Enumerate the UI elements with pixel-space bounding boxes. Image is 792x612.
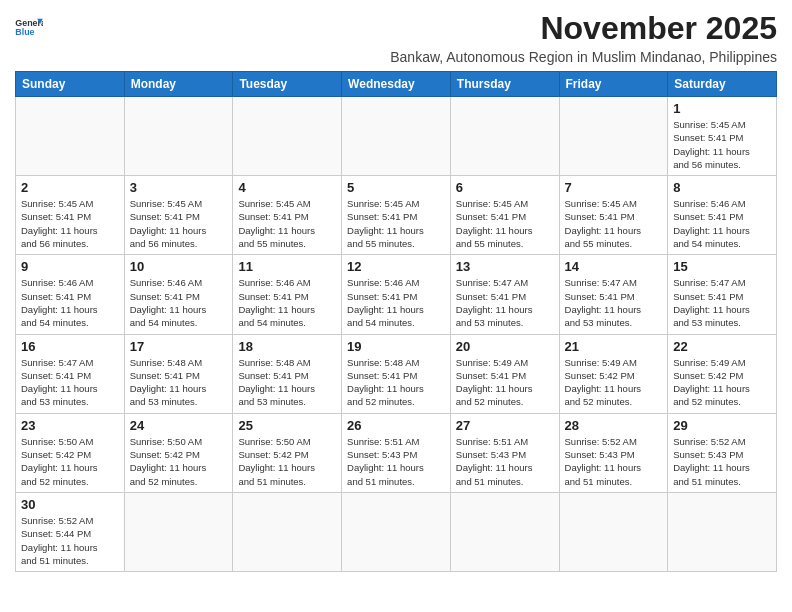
day-number: 1 <box>673 101 771 116</box>
calendar-cell <box>233 97 342 176</box>
day-info: Sunrise: 5:48 AM Sunset: 5:41 PM Dayligh… <box>238 356 336 409</box>
calendar-cell: 23Sunrise: 5:50 AM Sunset: 5:42 PM Dayli… <box>16 413 125 492</box>
calendar-cell <box>559 97 668 176</box>
day-number: 15 <box>673 259 771 274</box>
calendar-cell <box>668 492 777 571</box>
day-info: Sunrise: 5:45 AM Sunset: 5:41 PM Dayligh… <box>347 197 445 250</box>
day-info: Sunrise: 5:46 AM Sunset: 5:41 PM Dayligh… <box>673 197 771 250</box>
calendar-cell: 18Sunrise: 5:48 AM Sunset: 5:41 PM Dayli… <box>233 334 342 413</box>
calendar-cell: 27Sunrise: 5:51 AM Sunset: 5:43 PM Dayli… <box>450 413 559 492</box>
day-number: 28 <box>565 418 663 433</box>
day-number: 26 <box>347 418 445 433</box>
calendar-cell <box>450 97 559 176</box>
day-info: Sunrise: 5:50 AM Sunset: 5:42 PM Dayligh… <box>130 435 228 488</box>
weekday-header-thursday: Thursday <box>450 72 559 97</box>
day-info: Sunrise: 5:52 AM Sunset: 5:43 PM Dayligh… <box>565 435 663 488</box>
day-number: 20 <box>456 339 554 354</box>
calendar-table: SundayMondayTuesdayWednesdayThursdayFrid… <box>15 71 777 572</box>
calendar-cell: 28Sunrise: 5:52 AM Sunset: 5:43 PM Dayli… <box>559 413 668 492</box>
logo-icon: General Blue <box>15 16 43 38</box>
calendar-cell: 5Sunrise: 5:45 AM Sunset: 5:41 PM Daylig… <box>342 176 451 255</box>
day-number: 19 <box>347 339 445 354</box>
day-info: Sunrise: 5:48 AM Sunset: 5:41 PM Dayligh… <box>130 356 228 409</box>
calendar-cell: 26Sunrise: 5:51 AM Sunset: 5:43 PM Dayli… <box>342 413 451 492</box>
day-info: Sunrise: 5:52 AM Sunset: 5:43 PM Dayligh… <box>673 435 771 488</box>
calendar-cell: 22Sunrise: 5:49 AM Sunset: 5:42 PM Dayli… <box>668 334 777 413</box>
title-area: November 2025 Bankaw, Autonomous Region … <box>390 10 777 65</box>
day-number: 13 <box>456 259 554 274</box>
day-number: 16 <box>21 339 119 354</box>
calendar-cell: 16Sunrise: 5:47 AM Sunset: 5:41 PM Dayli… <box>16 334 125 413</box>
day-number: 7 <box>565 180 663 195</box>
day-info: Sunrise: 5:45 AM Sunset: 5:41 PM Dayligh… <box>456 197 554 250</box>
calendar-week-row: 9Sunrise: 5:46 AM Sunset: 5:41 PM Daylig… <box>16 255 777 334</box>
day-number: 22 <box>673 339 771 354</box>
day-number: 29 <box>673 418 771 433</box>
day-info: Sunrise: 5:45 AM Sunset: 5:41 PM Dayligh… <box>130 197 228 250</box>
calendar-cell <box>342 492 451 571</box>
day-info: Sunrise: 5:47 AM Sunset: 5:41 PM Dayligh… <box>673 276 771 329</box>
day-info: Sunrise: 5:45 AM Sunset: 5:41 PM Dayligh… <box>238 197 336 250</box>
calendar-cell <box>559 492 668 571</box>
day-number: 2 <box>21 180 119 195</box>
calendar-week-row: 30Sunrise: 5:52 AM Sunset: 5:44 PM Dayli… <box>16 492 777 571</box>
subtitle: Bankaw, Autonomous Region in Muslim Mind… <box>390 49 777 65</box>
calendar-cell: 15Sunrise: 5:47 AM Sunset: 5:41 PM Dayli… <box>668 255 777 334</box>
day-info: Sunrise: 5:49 AM Sunset: 5:42 PM Dayligh… <box>673 356 771 409</box>
calendar-cell <box>16 97 125 176</box>
weekday-header-tuesday: Tuesday <box>233 72 342 97</box>
day-info: Sunrise: 5:50 AM Sunset: 5:42 PM Dayligh… <box>238 435 336 488</box>
day-info: Sunrise: 5:46 AM Sunset: 5:41 PM Dayligh… <box>21 276 119 329</box>
day-number: 24 <box>130 418 228 433</box>
day-info: Sunrise: 5:47 AM Sunset: 5:41 PM Dayligh… <box>565 276 663 329</box>
calendar-cell: 13Sunrise: 5:47 AM Sunset: 5:41 PM Dayli… <box>450 255 559 334</box>
calendar-week-row: 2Sunrise: 5:45 AM Sunset: 5:41 PM Daylig… <box>16 176 777 255</box>
weekday-header-wednesday: Wednesday <box>342 72 451 97</box>
day-info: Sunrise: 5:50 AM Sunset: 5:42 PM Dayligh… <box>21 435 119 488</box>
day-info: Sunrise: 5:45 AM Sunset: 5:41 PM Dayligh… <box>673 118 771 171</box>
day-number: 3 <box>130 180 228 195</box>
day-info: Sunrise: 5:49 AM Sunset: 5:42 PM Dayligh… <box>565 356 663 409</box>
calendar-cell: 6Sunrise: 5:45 AM Sunset: 5:41 PM Daylig… <box>450 176 559 255</box>
day-info: Sunrise: 5:49 AM Sunset: 5:41 PM Dayligh… <box>456 356 554 409</box>
calendar-week-row: 1Sunrise: 5:45 AM Sunset: 5:41 PM Daylig… <box>16 97 777 176</box>
day-info: Sunrise: 5:46 AM Sunset: 5:41 PM Dayligh… <box>130 276 228 329</box>
day-number: 21 <box>565 339 663 354</box>
day-number: 25 <box>238 418 336 433</box>
weekday-header-row: SundayMondayTuesdayWednesdayThursdayFrid… <box>16 72 777 97</box>
calendar-cell: 3Sunrise: 5:45 AM Sunset: 5:41 PM Daylig… <box>124 176 233 255</box>
day-info: Sunrise: 5:45 AM Sunset: 5:41 PM Dayligh… <box>565 197 663 250</box>
day-number: 30 <box>21 497 119 512</box>
weekday-header-monday: Monday <box>124 72 233 97</box>
calendar-week-row: 16Sunrise: 5:47 AM Sunset: 5:41 PM Dayli… <box>16 334 777 413</box>
calendar-cell: 9Sunrise: 5:46 AM Sunset: 5:41 PM Daylig… <box>16 255 125 334</box>
calendar-cell: 17Sunrise: 5:48 AM Sunset: 5:41 PM Dayli… <box>124 334 233 413</box>
calendar-cell: 10Sunrise: 5:46 AM Sunset: 5:41 PM Dayli… <box>124 255 233 334</box>
day-number: 4 <box>238 180 336 195</box>
calendar-cell: 20Sunrise: 5:49 AM Sunset: 5:41 PM Dayli… <box>450 334 559 413</box>
day-info: Sunrise: 5:47 AM Sunset: 5:41 PM Dayligh… <box>21 356 119 409</box>
day-number: 12 <box>347 259 445 274</box>
calendar-cell: 12Sunrise: 5:46 AM Sunset: 5:41 PM Dayli… <box>342 255 451 334</box>
calendar-cell: 24Sunrise: 5:50 AM Sunset: 5:42 PM Dayli… <box>124 413 233 492</box>
calendar-cell <box>233 492 342 571</box>
calendar-cell: 21Sunrise: 5:49 AM Sunset: 5:42 PM Dayli… <box>559 334 668 413</box>
calendar-cell: 8Sunrise: 5:46 AM Sunset: 5:41 PM Daylig… <box>668 176 777 255</box>
calendar-cell <box>124 97 233 176</box>
calendar-cell <box>450 492 559 571</box>
day-number: 17 <box>130 339 228 354</box>
calendar-cell: 14Sunrise: 5:47 AM Sunset: 5:41 PM Dayli… <box>559 255 668 334</box>
day-number: 9 <box>21 259 119 274</box>
calendar-cell: 30Sunrise: 5:52 AM Sunset: 5:44 PM Dayli… <box>16 492 125 571</box>
day-number: 14 <box>565 259 663 274</box>
day-info: Sunrise: 5:46 AM Sunset: 5:41 PM Dayligh… <box>238 276 336 329</box>
calendar-cell: 19Sunrise: 5:48 AM Sunset: 5:41 PM Dayli… <box>342 334 451 413</box>
svg-text:Blue: Blue <box>15 27 34 37</box>
weekday-header-saturday: Saturday <box>668 72 777 97</box>
calendar-cell: 4Sunrise: 5:45 AM Sunset: 5:41 PM Daylig… <box>233 176 342 255</box>
calendar-cell: 11Sunrise: 5:46 AM Sunset: 5:41 PM Dayli… <box>233 255 342 334</box>
day-number: 6 <box>456 180 554 195</box>
calendar-week-row: 23Sunrise: 5:50 AM Sunset: 5:42 PM Dayli… <box>16 413 777 492</box>
day-number: 23 <box>21 418 119 433</box>
day-number: 8 <box>673 180 771 195</box>
